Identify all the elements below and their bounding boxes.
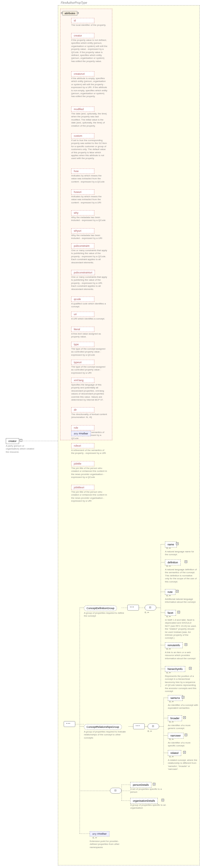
elem-name[interactable]: name — [165, 541, 177, 548]
expand-icon[interactable]: + — [177, 611, 180, 613]
attr-desc: Why the metadata has been included - exp… — [71, 234, 107, 240]
elem-sameAs[interactable]: sameAs — [168, 695, 182, 701]
crg-desc: A group of properties required to indica… — [84, 731, 127, 739]
elem-note[interactable]: note — [165, 589, 175, 595]
any-ns: ##other — [79, 432, 88, 435]
elem-remoteInfo[interactable]: remoteInfo — [165, 642, 182, 648]
any-other-attr[interactable]: any ##other — [71, 431, 91, 436]
cdg-group[interactable]: ConceptDefinitionGroup — [84, 605, 117, 611]
org-details[interactable]: organisationDetails — [130, 798, 158, 804]
person-label: personDetails — [133, 783, 149, 786]
elem-desc: In NAR 1.8 and later, facet is deprecate… — [165, 619, 197, 640]
attr-type[interactable]: type — [71, 342, 94, 347]
any-other-ext[interactable]: any ##other — [90, 831, 109, 836]
cardinality: 0..∞ — [166, 615, 171, 618]
attr-jobtitleuri[interactable]: jobtitleuri — [71, 485, 94, 490]
attr-typeuri[interactable]: typeuri — [71, 360, 94, 365]
cardinality: 0..∞ — [93, 836, 97, 839]
attr-desc: The type of the concept assigned as cont… — [71, 347, 107, 356]
expand-icon[interactable]: + — [153, 783, 156, 785]
attr-desc: The type of the concept assigned as cont… — [71, 366, 107, 374]
attr-creator[interactable]: creator — [71, 33, 94, 38]
attr-desc: The date (and, optionally, the time) whe… — [71, 112, 107, 127]
choice-icon — [147, 723, 159, 729]
attr-desc: The job title of the person who created … — [71, 491, 107, 503]
cardinality: 0..∞ — [145, 611, 149, 614]
attributes-box[interactable]: attributes — [63, 11, 77, 16]
elem-desc: Additional natural language information … — [165, 598, 197, 604]
attr-custom[interactable]: custom — [71, 133, 94, 138]
attr-role[interactable]: role — [71, 425, 94, 430]
elem-desc: An identifier of a more specific concept… — [168, 741, 198, 747]
expand-icon[interactable]: + — [182, 696, 184, 699]
elem-definition[interactable]: definition — [165, 560, 180, 565]
expand-icon[interactable]: + — [184, 643, 187, 646]
attr-id[interactable]: id — [71, 18, 94, 23]
attr-creatoruri[interactable]: creatoruri — [71, 71, 94, 76]
ext-desc: Extension point for provider-defined pro… — [90, 840, 125, 849]
person-desc: A set of properties specific to a person — [130, 788, 165, 794]
type-title: FlexAuthorPropType — [61, 1, 87, 4]
cardinality: 0..∞ — [166, 565, 171, 567]
expand-icon[interactable]: − — [20, 439, 22, 442]
root-element[interactable]: creator — [6, 438, 19, 444]
cdg-label: ConceptDefinitionGroup — [87, 607, 114, 610]
elem-broader[interactable]: broader — [168, 715, 182, 721]
attr-desc: If set to true the corresponding propert… — [71, 139, 107, 160]
attr-literal[interactable]: literal — [71, 327, 94, 332]
person-details[interactable]: personDetails — [130, 782, 152, 788]
elem-desc: An identifier of a concept with equivale… — [168, 704, 198, 710]
attr-desc: A URI which identifies a concept. — [71, 317, 107, 320]
expand-icon[interactable]: + — [176, 542, 178, 545]
attr-why[interactable]: why — [71, 210, 94, 215]
attr-jobtitle[interactable]: jobtitle — [71, 461, 94, 466]
elem-related[interactable]: related — [168, 750, 181, 756]
choice-icon — [110, 788, 122, 794]
choice-icon — [145, 605, 156, 611]
attr-how[interactable]: how — [71, 168, 94, 174]
root-desc: A party (person or organisation) which c… — [6, 444, 35, 454]
elem-hierarchyInfo[interactable]: hierarchyInfo — [165, 666, 185, 672]
expand-icon[interactable]: + — [184, 560, 187, 563]
attr-whyuri[interactable]: whyuri — [71, 228, 94, 234]
attr-xml:lang[interactable]: xml:lang — [71, 378, 94, 383]
attr-dir[interactable]: dir — [71, 407, 94, 412]
elem-desc: A natural language name for the concept. — [165, 550, 197, 556]
attr-modified[interactable]: modified — [71, 106, 94, 112]
attr-desc: The job title of the person who created … — [71, 467, 107, 479]
attributes-label: attributes — [65, 12, 75, 15]
elem-desc: Represents the position of a concept in … — [165, 675, 197, 693]
expand-icon[interactable]: + — [183, 716, 186, 719]
expand-icon[interactable]: + — [176, 590, 178, 593]
attr-howuri[interactable]: howuri — [71, 189, 94, 195]
elem-narrower[interactable]: narrower — [168, 733, 183, 739]
elem-desc: A natural language definition of the sem… — [165, 568, 197, 583]
attr-qcode[interactable]: qcode — [71, 297, 94, 302]
sequence-icon — [127, 605, 139, 611]
attr-uri[interactable]: uri — [71, 312, 94, 317]
attr-desc: Why the metadata has been included - exp… — [71, 216, 107, 222]
cdg-desc: A group of properties required to define… — [84, 612, 125, 618]
attr-desc: If the attribute is empty, specifies whi… — [71, 77, 107, 98]
elem-desc: A link to an item or a web resource whic… — [165, 651, 197, 660]
expand-icon[interactable]: + — [184, 734, 187, 736]
any-prefix: any — [74, 432, 78, 435]
crg-group[interactable]: ConceptRelationshipsGroup — [84, 724, 122, 730]
attr-desc: One or many constraints that apply to pu… — [71, 249, 107, 264]
cardinality: 0..∞ — [166, 594, 171, 597]
elem-facet[interactable]: facet — [165, 610, 176, 616]
attr-pubconstrainturi[interactable]: pubconstrainturi — [71, 270, 95, 275]
cardinality: 0..∞ — [169, 755, 174, 758]
crg-label: ConceptRelationshipsGroup — [87, 725, 119, 728]
attr-desc: The directionality of textual content (e… — [71, 413, 107, 419]
expand-icon[interactable]: + — [183, 751, 186, 753]
any-prefix: any — [92, 832, 97, 835]
org-label: organisationDetails — [133, 799, 155, 802]
cardinality: 0..∞ — [166, 671, 171, 674]
cardinality: 0..∞ — [169, 721, 174, 723]
ext-ns: ##other — [97, 832, 107, 835]
expand-icon[interactable]: + — [162, 799, 164, 801]
attr-roleuri[interactable]: roleuri — [71, 443, 94, 448]
expand-icon[interactable]: + — [189, 667, 192, 670]
attr-pubconstraint[interactable]: pubconstraint — [71, 243, 94, 248]
